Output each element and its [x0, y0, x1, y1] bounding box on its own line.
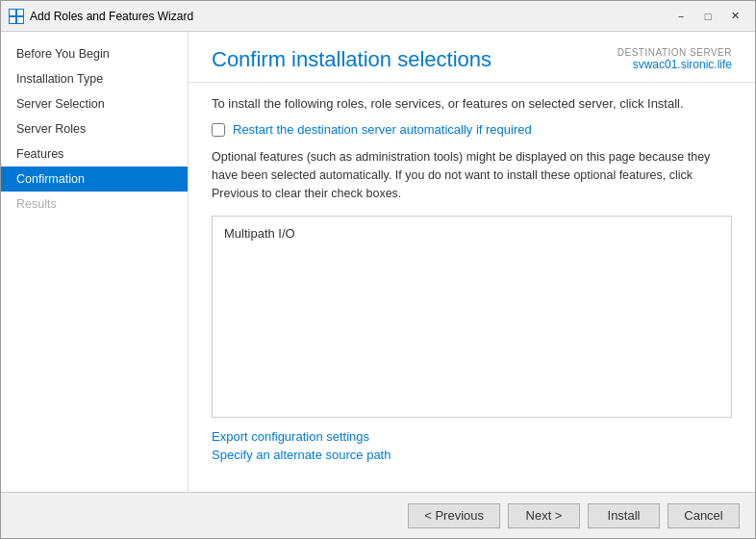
maximize-button[interactable]: □: [695, 7, 720, 26]
svg-rect-3: [17, 17, 23, 23]
sidebar: Before You Begin Installation Type Serve…: [1, 32, 189, 492]
feature-multipath-io: Multipath I/O: [220, 224, 723, 243]
minimize-button[interactable]: −: [668, 7, 693, 26]
svg-rect-1: [17, 10, 23, 15]
footer: < Previous Next > Install Cancel: [1, 492, 755, 538]
optional-text: Optional features (such as administratio…: [212, 148, 732, 202]
header-section: Confirm installation selections DESTINAT…: [189, 32, 755, 83]
server-name: svwac01.sironic.life: [617, 58, 732, 71]
body-content: To install the following roles, role ser…: [189, 83, 755, 492]
close-button[interactable]: ✕: [722, 7, 747, 26]
restart-checkbox[interactable]: [212, 123, 225, 137]
sidebar-item-installation-type[interactable]: Installation Type: [1, 66, 188, 91]
destination-server-label: DESTINATION SERVER: [617, 47, 732, 58]
alternate-source-link[interactable]: Specify an alternate source path: [212, 448, 732, 462]
install-button[interactable]: Install: [588, 503, 660, 528]
links-section: Export configuration settings Specify an…: [212, 429, 732, 462]
restart-checkbox-row: Restart the destination server automatic…: [212, 122, 732, 137]
window-controls: − □ ✕: [668, 7, 747, 26]
sidebar-item-confirmation[interactable]: Confirmation: [1, 167, 188, 192]
content-area: Before You Begin Installation Type Serve…: [1, 32, 755, 492]
previous-button[interactable]: < Previous: [408, 503, 500, 528]
main-window: Add Roles and Features Wizard − □ ✕ Befo…: [0, 0, 756, 539]
window-title: Add Roles and Features Wizard: [30, 10, 668, 23]
cancel-button[interactable]: Cancel: [668, 503, 740, 528]
app-icon: [9, 9, 24, 24]
next-button[interactable]: Next >: [508, 503, 580, 528]
main-content: Confirm installation selections DESTINAT…: [189, 32, 755, 492]
sidebar-item-features[interactable]: Features: [1, 141, 188, 167]
sidebar-item-server-roles[interactable]: Server Roles: [1, 116, 188, 141]
sidebar-item-server-selection[interactable]: Server Selection: [1, 91, 188, 116]
destination-server-info: DESTINATION SERVER svwac01.sironic.life: [617, 47, 732, 71]
page-title: Confirm installation selections: [212, 47, 491, 72]
sidebar-item-before-you-begin[interactable]: Before You Begin: [1, 41, 188, 66]
export-config-link[interactable]: Export configuration settings: [212, 429, 732, 444]
svg-rect-2: [10, 17, 15, 23]
title-bar: Add Roles and Features Wizard − □ ✕: [1, 1, 755, 32]
features-box: Multipath I/O: [212, 216, 732, 418]
sidebar-item-results: Results: [1, 192, 188, 217]
svg-rect-0: [10, 10, 15, 15]
restart-checkbox-label[interactable]: Restart the destination server automatic…: [233, 122, 532, 137]
info-text: To install the following roles, role ser…: [212, 96, 732, 111]
